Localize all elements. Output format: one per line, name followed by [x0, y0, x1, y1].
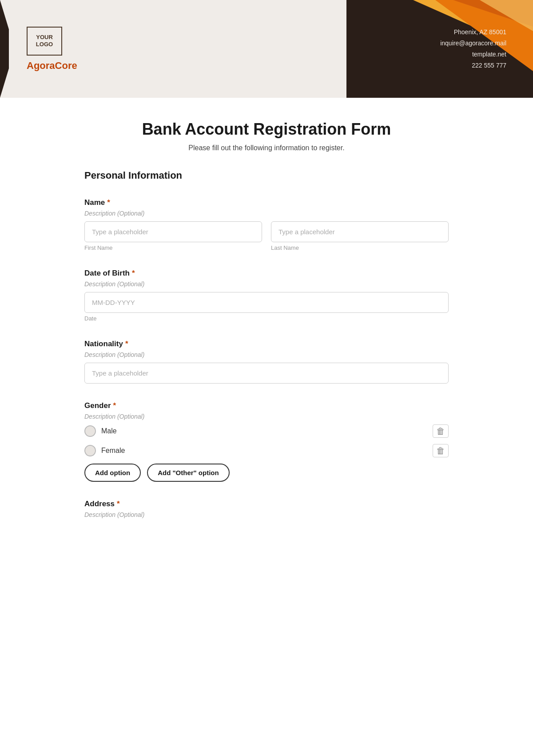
gender-label: Gender *	[84, 401, 449, 410]
section-personal-title: Personal Information	[84, 170, 449, 185]
gender-female-option: Female 🗑	[84, 444, 449, 457]
add-option-button[interactable]: Add option	[84, 464, 141, 482]
radio-male-circle[interactable]	[84, 425, 96, 437]
brand-name: AgoraCore	[27, 60, 77, 72]
logo-text: YOURLOGO	[36, 34, 53, 48]
delete-male-icon[interactable]: 🗑	[433, 424, 449, 438]
form-title: Bank Account Registration Form	[84, 120, 449, 139]
first-name-col: First Name	[84, 221, 262, 251]
address-field-group: Address * Description (Optional)	[84, 500, 449, 518]
contact-website: template.net	[440, 49, 506, 60]
name-field-group: Name * Description (Optional) First Name…	[84, 198, 449, 251]
nationality-required-star: *	[125, 340, 128, 348]
dob-field-group: Date of Birth * Description (Optional) D…	[84, 269, 449, 322]
address-label: Address *	[84, 500, 449, 508]
radio-male-left: Male	[84, 425, 117, 437]
header-left: YOURLOGO AgoraCore	[27, 27, 77, 72]
left-decor	[0, 0, 9, 98]
gender-description: Description (Optional)	[84, 413, 449, 420]
dob-description: Description (Optional)	[84, 280, 449, 288]
form-subtitle: Please fill out the following informatio…	[84, 144, 449, 152]
contact-info: Phoenix, AZ 85001 inquire@agoracore.mail…	[440, 27, 506, 72]
gender-field-group: Gender * Description (Optional) Male 🗑 F…	[84, 401, 449, 482]
address-required-star: *	[117, 500, 120, 508]
nationality-field-group: Nationality * Description (Optional)	[84, 340, 449, 384]
logo-box: YOURLOGO	[27, 27, 62, 56]
last-name-input[interactable]	[271, 221, 449, 242]
gender-required-star: *	[113, 401, 116, 410]
radio-female-label: Female	[101, 447, 125, 455]
name-row: First Name Last Name	[84, 221, 449, 251]
nationality-description: Description (Optional)	[84, 351, 449, 358]
add-options-row: Add option Add "Other" option	[84, 464, 449, 482]
contact-city: Phoenix, AZ 85001	[440, 27, 506, 38]
first-name-input[interactable]	[84, 221, 262, 242]
page-header: YOURLOGO AgoraCore Phoenix, AZ 85001 inq…	[0, 0, 533, 98]
nationality-label: Nationality *	[84, 340, 449, 348]
dob-label: Date of Birth *	[84, 269, 449, 278]
radio-female-circle[interactable]	[84, 445, 96, 456]
dob-required-star: *	[132, 269, 135, 278]
name-label: Name *	[84, 198, 449, 207]
name-description: Description (Optional)	[84, 210, 449, 217]
form-main: Bank Account Registration Form Please fi…	[67, 98, 466, 572]
dob-input[interactable]	[84, 292, 449, 313]
last-name-col: Last Name	[271, 221, 449, 251]
nationality-input[interactable]	[84, 363, 449, 384]
last-name-sublabel: Last Name	[271, 244, 449, 251]
first-name-sublabel: First Name	[84, 244, 262, 251]
contact-phone: 222 555 777	[440, 60, 506, 71]
address-description: Description (Optional)	[84, 511, 449, 518]
delete-female-icon[interactable]: 🗑	[433, 444, 449, 457]
radio-male-label: Male	[101, 427, 117, 435]
name-required-star: *	[107, 198, 110, 207]
gender-male-option: Male 🗑	[84, 424, 449, 438]
dob-sublabel: Date	[84, 315, 449, 322]
contact-email: inquire@agoracore.mail	[440, 38, 506, 49]
add-other-option-button[interactable]: Add "Other" option	[147, 464, 230, 482]
radio-female-left: Female	[84, 445, 125, 456]
